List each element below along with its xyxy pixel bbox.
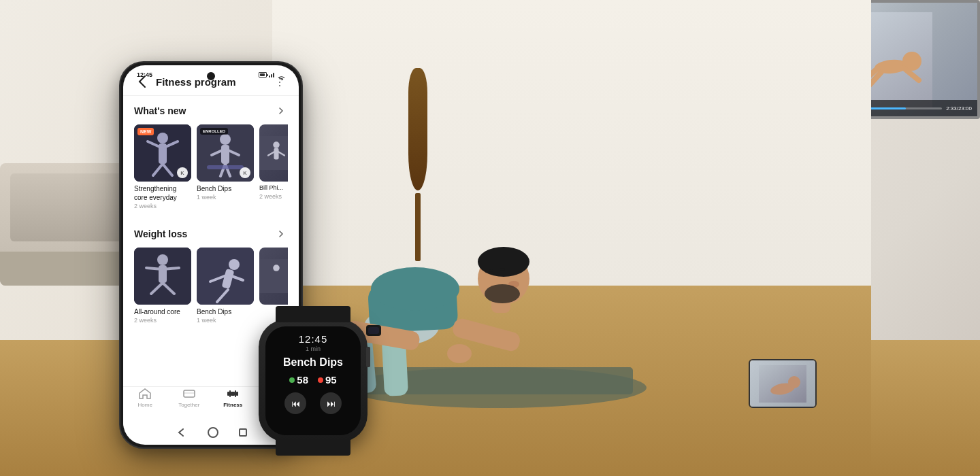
battery-icon [259,72,267,78]
phone-camera [207,72,215,80]
watch-screen: 12:45 1 min Bench Dips 58 95 ⏮ ⏭ [265,326,361,435]
svg-point-49 [157,254,168,265]
svg-line-51 [146,268,163,269]
watch-strap-top [276,306,350,322]
card-duration-4: 2 weeks [134,317,191,324]
svg-rect-61 [259,259,288,293]
bookmark-icon-2: K [240,167,250,178]
recents-gesture [239,428,247,437]
heart-icon [318,377,323,383]
whats-new-title: What's new [134,105,186,116]
heart-value: 95 [325,374,337,386]
card-name-2: Bench Dips [197,184,254,193]
new-badge: NEW [137,128,154,135]
card-name-5: Bench Dips [197,307,254,316]
watch-workout: Bench Dips [283,356,343,369]
card-name-1: Strengthening core everyday [134,184,191,202]
watch-duration: 1 min [306,345,321,352]
card-image-5 [197,248,254,305]
card-duration-1: 2 weeks [134,203,191,209]
svg-point-36 [220,134,231,145]
svg-line-52 [163,268,179,269]
watch-strap-bottom [276,439,350,456]
card-bench-dips[interactable]: ENROLLED [197,124,254,209]
card-image-4 [134,248,191,305]
svg-rect-69 [236,392,238,396]
card-image-3 [259,124,288,182]
whats-new-header: What's new [134,104,288,118]
svg-point-23 [485,284,520,303]
svg-line-24 [490,269,504,271]
whats-new-section: What's new NEW [123,96,299,214]
card-all-around[interactable]: All-around core 2 weeks [134,248,191,324]
watch-controls: ⏮ ⏭ [284,392,342,414]
svg-rect-67 [231,392,235,396]
card-duration-3: 2 weeks [259,193,288,200]
card-duration-5: 1 week [197,317,254,324]
nav-fitness[interactable]: Fitness [211,387,255,426]
weight-loss-header: Weight loss [134,227,288,241]
tv-time: 2:33/23:00 [946,105,972,112]
watch-mockup: 12:45 1 min Bench Dips 58 95 ⏮ ⏭ [252,306,374,456]
card-bill-phil[interactable]: Bill Phi... 2 weeks [259,124,288,209]
together-icon [182,387,196,401]
svg-rect-63 [184,390,195,397]
card-duration-2: 1 week [197,194,254,201]
nav-together[interactable]: Together [167,387,212,426]
card-bench-dips-2[interactable]: Bench Dips 1 week [197,248,254,324]
svg-point-56 [229,259,240,270]
bookmark-icon: K [177,167,188,178]
svg-rect-66 [229,390,231,397]
home-gesture [208,427,218,438]
back-gesture [175,426,187,439]
svg-rect-42 [207,165,244,169]
svg-point-12 [371,267,459,311]
fitness-icon [226,387,240,401]
wifi-icon [278,72,285,78]
svg-point-44 [273,141,280,148]
tablet-on-floor [749,359,817,408]
watch-body: 12:45 1 min Bench Dips 58 95 ⏮ ⏭ [259,320,368,442]
watch-stat-red: 95 [318,374,337,386]
card-image-2: ENROLLED [197,124,254,182]
whats-new-arrow[interactable] [274,104,288,118]
steps-icon [289,377,295,383]
steps-value: 58 [297,374,308,386]
phone-time: 12:45 [137,71,152,78]
svg-point-62 [273,265,280,271]
signal-icon [269,73,276,78]
card-name-4: All-around core [134,307,191,316]
prev-track-button[interactable]: ⏮ [284,392,306,414]
watch-stat-green: 58 [289,374,308,386]
status-icons [259,72,285,78]
card-image-1: NEW K [134,124,191,182]
enrolled-badge: ENROLLED [200,128,228,135]
nav-home-label: Home [138,402,152,408]
card-image-6 [259,248,288,305]
whats-new-cards: NEW K [134,124,288,209]
weight-loss-title: Weight loss [134,228,187,239]
svg-point-27 [788,376,800,388]
nav-fitness-label: Fitness [223,402,242,408]
svg-point-29 [157,133,168,143]
weight-loss-arrow[interactable] [274,227,288,241]
home-icon [138,387,152,401]
card-name-3: Bill Phi... [259,184,288,192]
svg-rect-65 [227,392,229,396]
next-track-button[interactable]: ⏭ [320,392,342,414]
nav-together-label: Together [178,402,199,408]
svg-point-14 [478,247,529,277]
watch-crown [366,347,370,367]
svg-rect-68 [235,390,236,397]
watch-stats: 58 95 [289,374,336,386]
watch-time: 12:45 [299,333,328,345]
nav-home[interactable]: Home [123,387,167,426]
svg-point-22 [447,344,472,363]
card-strengthening[interactable]: NEW K [134,124,191,209]
